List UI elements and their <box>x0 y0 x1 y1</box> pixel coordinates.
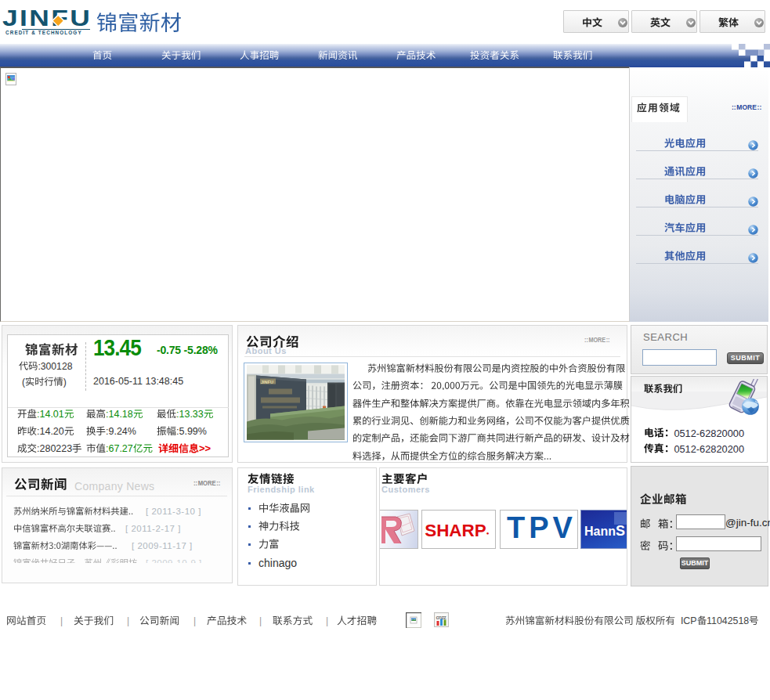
svg-text:cnzz: cnzz <box>436 615 447 620</box>
svg-text:JINFU: JINFU <box>261 380 273 384</box>
